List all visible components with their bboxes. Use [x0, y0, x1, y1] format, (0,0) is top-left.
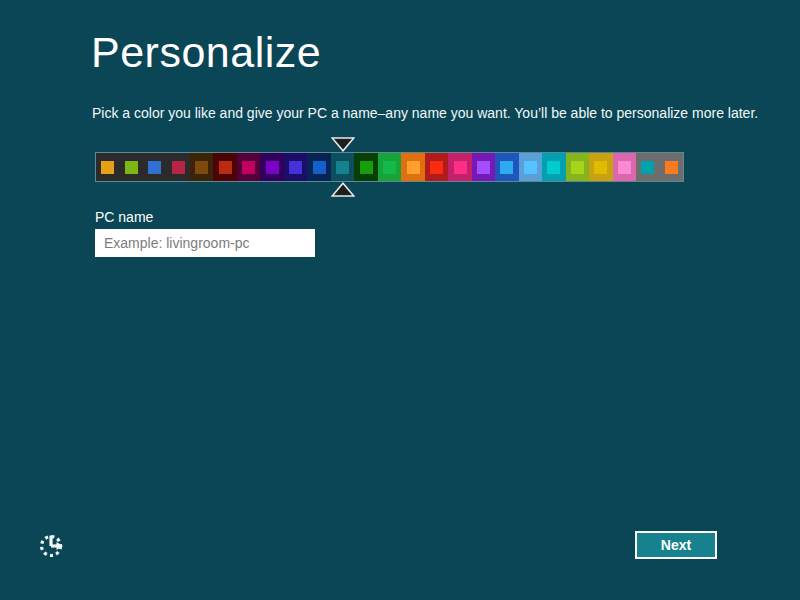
next-button-label: Next: [661, 537, 691, 553]
color-swatch-dark-green[interactable]: [354, 153, 377, 181]
color-swatch-square: [195, 161, 208, 174]
color-swatch-square: [172, 161, 185, 174]
color-swatch-square: [641, 161, 654, 174]
color-swatch-square: [454, 161, 467, 174]
color-swatch-square: [148, 161, 161, 174]
color-swatch-square: [360, 161, 373, 174]
selection-arrow-down-icon[interactable]: [331, 137, 355, 152]
color-strip[interactable]: [95, 152, 684, 182]
color-swatch-magenta[interactable]: [237, 153, 260, 181]
color-swatch-red[interactable]: [425, 153, 448, 181]
color-swatch-brown[interactable]: [190, 153, 213, 181]
color-swatch-orange[interactable]: [401, 153, 424, 181]
color-swatch-gray-orange[interactable]: [660, 153, 683, 181]
color-swatch-square: [430, 161, 443, 174]
selection-arrow-up-icon[interactable]: [331, 182, 355, 197]
pc-name-input[interactable]: [95, 229, 315, 257]
personalize-screen: { "page": { "title": "Personalize", "sub…: [0, 0, 800, 600]
color-swatch-square: [289, 161, 302, 174]
color-swatch-amber[interactable]: [96, 153, 119, 181]
color-swatch-light-pink[interactable]: [613, 153, 636, 181]
color-swatch-square: [101, 161, 114, 174]
color-swatch-square: [477, 161, 490, 174]
color-swatch-square: [665, 161, 678, 174]
color-swatch-square: [407, 161, 420, 174]
color-swatch-lime[interactable]: [566, 153, 589, 181]
color-swatch-navy-blue[interactable]: [307, 153, 330, 181]
color-swatch-square: [594, 161, 607, 174]
color-swatch-crimson[interactable]: [166, 153, 189, 181]
color-swatch-dark-red[interactable]: [213, 153, 236, 181]
color-swatch-indigo[interactable]: [284, 153, 307, 181]
color-swatch-square: [336, 161, 349, 174]
color-swatch-pink-magenta[interactable]: [448, 153, 471, 181]
ease-of-access-icon[interactable]: [38, 533, 64, 559]
color-swatch-square: [383, 161, 396, 174]
color-swatch-cyan-teal[interactable]: [542, 153, 565, 181]
page-title: Personalize: [91, 28, 321, 77]
color-swatch-yellow-green[interactable]: [119, 153, 142, 181]
color-swatch-square: [618, 161, 631, 174]
color-swatch-blue[interactable]: [143, 153, 166, 181]
pc-name-label: PC name: [95, 209, 153, 225]
color-swatch-square: [500, 161, 513, 174]
color-swatch-gray-teal[interactable]: [636, 153, 659, 181]
next-button[interactable]: Next: [635, 531, 717, 559]
color-swatch-square: [266, 161, 279, 174]
color-swatch-square: [571, 161, 584, 174]
color-swatch-square: [242, 161, 255, 174]
color-swatch-square: [547, 161, 560, 174]
color-swatch-gold[interactable]: [589, 153, 612, 181]
color-swatch-square: [125, 161, 138, 174]
color-swatch-violet[interactable]: [472, 153, 495, 181]
color-swatch-square: [313, 161, 326, 174]
color-swatch-square: [524, 161, 537, 174]
page-subtitle: Pick a color you like and give your PC a…: [92, 105, 758, 121]
color-swatch-purple[interactable]: [260, 153, 283, 181]
color-swatch-square: [219, 161, 232, 174]
color-swatch-teal[interactable]: [331, 153, 354, 181]
color-swatch-bright-blue[interactable]: [495, 153, 518, 181]
color-swatch-green[interactable]: [378, 153, 401, 181]
color-swatch-sky-blue[interactable]: [519, 153, 542, 181]
